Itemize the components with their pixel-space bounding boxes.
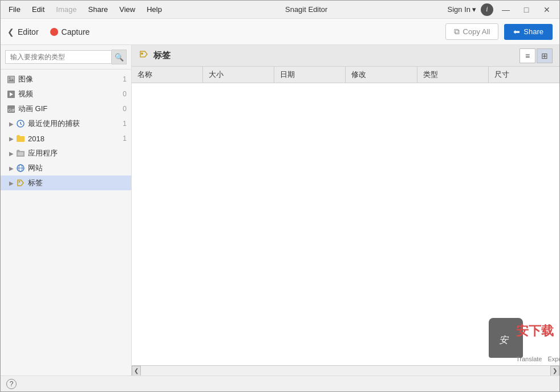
col-size[interactable]: 大小 [202,67,274,83]
list-view-icon: ≡ [525,51,530,60]
sidebar: 🔍 图像 1 视频 0 GIF [1,45,132,375]
list-view-button[interactable]: ≡ [520,48,535,63]
nav-right: ⧉ Copy All ⬆ Share [445,23,553,40]
col-name[interactable]: 名称 [132,67,202,83]
svg-point-13 [19,181,21,183]
svg-point-14 [141,52,143,55]
sidebar-item-website[interactable]: ▶ 网站 [1,161,131,175]
sidebar-item-2018[interactable]: ▶ 2018 1 [1,131,131,146]
apps-icon [17,150,25,157]
editor-nav[interactable]: ❮ Editor [7,27,39,36]
sidebar-item-video[interactable]: 视频 0 [1,87,131,101]
capture-nav[interactable]: Capture [50,27,90,36]
apps-expand-arrow: ▶ [7,150,15,157]
info-button[interactable]: i [481,3,493,16]
content-title-text: 标签 [153,50,171,61]
website-icon [17,164,25,172]
maximize-button[interactable]: □ [518,2,534,18]
images-count: 1 [117,75,127,83]
horizontal-scrollbar: ❮ ❯ [132,365,559,375]
nav-left: ❮ Editor Capture [7,27,90,36]
file-table: 名称 大小 日期 修改 类型 尺寸 [132,67,559,83]
tags-label: 标签 [28,178,117,188]
search-input[interactable] [5,50,112,64]
2018-icon [17,135,25,142]
menu-items: File Edit Image Share View Help [5,4,165,15]
content-area: 标签 ≡ ⊞ 名称 大小 日期 修改 类 [132,45,559,375]
sidebar-item-gif[interactable]: GIF 动画 GIF 0 [1,101,131,116]
help-button[interactable]: ? [6,379,17,389]
tags-icon [17,179,25,187]
sidebar-list: 图像 1 视频 0 GIF 动画 GIF 0 ▶ [1,70,131,375]
window-controls: Sign In ▾ i — □ ✕ [448,2,555,18]
menu-image[interactable]: Image [52,4,80,15]
share-icon: ⬆ [512,28,521,35]
menu-view[interactable]: View [116,4,139,15]
help-icon: ? [10,380,14,388]
svg-point-3 [9,77,11,79]
content-header: 标签 ≡ ⊞ [132,45,559,67]
menu-edit[interactable]: Edit [29,4,48,15]
2018-expand-arrow: ▶ [7,136,15,142]
file-table-wrapper: 名称 大小 日期 修改 类型 尺寸 [132,67,559,365]
website-label: 网站 [28,163,117,173]
menu-share[interactable]: Share [85,4,112,15]
nav-bar: ❮ Editor Capture ⧉ Copy All ⬆ Share [1,19,559,45]
recent-label: 最近使用的捕获 [28,119,117,129]
col-dimensions[interactable]: 尺寸 [489,67,559,83]
editor-label: Editor [18,27,39,36]
sidebar-item-tags[interactable]: ▶ 标签 [1,175,131,190]
video-count: 0 [117,90,127,98]
main-content: 🔍 图像 1 视频 0 GIF [1,45,559,375]
website-expand-arrow: ▶ [7,165,15,172]
sidebar-item-images[interactable]: 图像 1 [1,72,131,87]
search-icon[interactable]: 🔍 [112,50,127,64]
menu-file[interactable]: File [5,4,24,15]
title-bar: File Edit Image Share View Help Snagit E… [1,1,559,19]
menu-bar: File Edit Image Share View Help [5,4,165,15]
share-button[interactable]: ⬆ Share [504,24,553,40]
sign-in-label: Sign In [448,5,470,14]
gif-icon: GIF [7,105,15,113]
svg-text:GIF: GIF [8,108,15,113]
content-title-icon [139,50,149,62]
video-label: 视频 [18,89,117,99]
gif-count: 0 [117,105,127,113]
copy-all-button[interactable]: ⧉ Copy All [445,23,499,40]
grid-view-button[interactable]: ⊞ [537,48,553,63]
copy-icon: ⧉ [454,27,460,36]
search-box: 🔍 [1,45,131,70]
recent-expand-arrow: ▶ [7,121,15,127]
close-button[interactable]: ✕ [539,2,555,18]
back-arrow-icon: ❮ [7,27,14,36]
sidebar-item-recent[interactable]: ▶ 最近使用的捕获 1 [1,116,131,131]
recent-count: 1 [117,120,127,128]
col-type[interactable]: 类型 [417,67,488,83]
2018-count: 1 [117,134,127,142]
tags-expand-arrow: ▶ [7,180,15,186]
share-label: Share [524,27,543,36]
grid-view-icon: ⊞ [541,51,548,60]
scroll-track[interactable] [141,366,550,375]
col-modified[interactable]: 修改 [346,67,417,83]
svg-rect-9 [18,152,23,156]
video-icon [7,91,15,98]
window-title: Snagit Editor [165,5,448,14]
sign-in-button[interactable]: Sign In ▾ [448,5,476,14]
view-toggle: ≡ ⊞ [520,48,553,63]
2018-label: 2018 [28,134,117,143]
menu-help[interactable]: Help [143,4,165,15]
col-date[interactable]: 日期 [274,67,346,83]
capture-dot-icon [50,28,58,36]
minimize-button[interactable]: — [498,2,514,18]
scroll-right-button[interactable]: ❯ [550,366,559,376]
apps-label: 应用程序 [28,148,117,158]
scroll-left-button[interactable]: ❮ [132,366,141,376]
content-title: 标签 [139,50,171,62]
sign-in-arrow: ▾ [472,5,476,14]
images-label: 图像 [18,74,117,84]
images-icon [7,76,15,83]
copy-all-label: Copy All [463,27,490,36]
gif-label: 动画 GIF [18,104,117,114]
sidebar-item-apps[interactable]: ▶ 应用程序 [1,146,131,161]
